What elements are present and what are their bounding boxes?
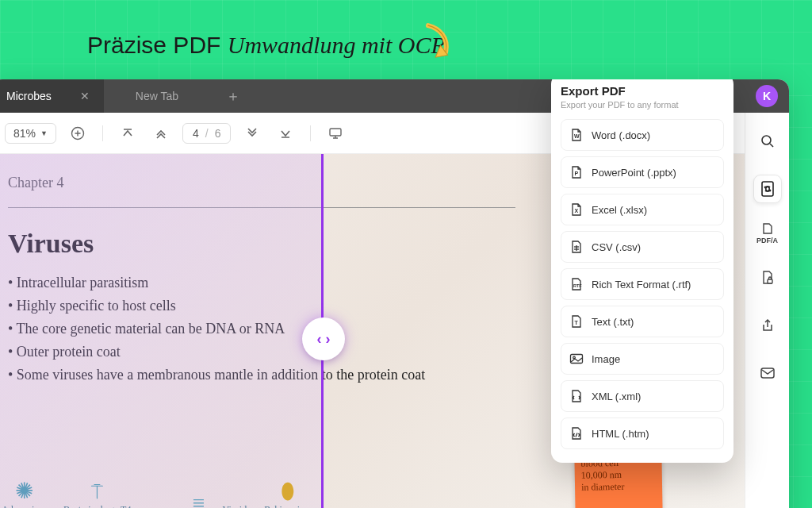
presentation-button[interactable] — [324, 121, 347, 145]
tab-microbes[interactable]: Microbes ✕ — [0, 79, 104, 113]
close-icon[interactable]: ✕ — [80, 90, 90, 102]
tab-new[interactable]: New Tab — [104, 79, 210, 113]
svg-line-9 — [770, 144, 773, 147]
illustration-label: Rabies virus — [264, 504, 312, 508]
export-label: Image — [592, 353, 620, 365]
svg-text:P: P — [575, 171, 579, 176]
right-rail: PDF/A — [745, 113, 789, 508]
export-label: Excel (.xlsx) — [592, 204, 647, 216]
svg-line-24 — [576, 433, 577, 437]
svg-text:W: W — [574, 133, 580, 139]
share-button[interactable] — [753, 311, 782, 340]
search-button[interactable] — [753, 127, 782, 156]
svg-text:RTF: RTF — [573, 283, 582, 288]
image-icon — [569, 352, 584, 366]
export-label: PowerPoint (.pptx) — [592, 167, 676, 179]
csv-icon — [569, 240, 584, 254]
xml-icon — [569, 389, 584, 403]
avatar-letter: K — [763, 90, 771, 102]
divider — [102, 125, 103, 141]
svg-rect-5 — [330, 129, 341, 136]
page-total: 6 — [215, 127, 221, 140]
protect-button[interactable] — [753, 264, 782, 292]
export-label: HTML (.htm) — [592, 428, 649, 440]
export-html[interactable]: HTML (.htm) — [561, 418, 724, 449]
page-indicator[interactable]: 4 / 6 — [182, 123, 231, 144]
illustration-label: Bacteriophage T4 — [63, 504, 131, 508]
export-excel[interactable]: X Excel (.xlsx) — [561, 194, 724, 225]
export-rtf[interactable]: RTF Rich Text Format (.rtf) — [561, 268, 724, 300]
slider-arrows-icon: ‹ › — [317, 331, 331, 348]
pdfa-label: PDF/A — [756, 237, 778, 244]
marketing-headline: Präzise PDF Umwandlung mit OCR — [87, 32, 446, 59]
word-icon: W — [569, 128, 584, 142]
zoom-in-button[interactable] — [66, 121, 90, 145]
excel-icon: X — [569, 202, 584, 217]
arrow-icon — [410, 20, 463, 71]
svg-rect-13 — [761, 368, 774, 378]
export-subtitle: Export your PDF to any format — [561, 100, 724, 110]
powerpoint-icon: P — [569, 165, 584, 179]
export-label: Text (.txt) — [592, 316, 634, 328]
export-label: XML (.xml) — [592, 391, 641, 402]
tab-label: New Tab — [136, 90, 178, 102]
app-window: Microbes ✕ New Tab ＋ K 81% ▼ 4 / 6 — [0, 79, 789, 508]
virus-icon: ✺ — [2, 478, 46, 504]
html-icon — [569, 426, 584, 441]
chevron-down-icon: ▼ — [40, 129, 48, 137]
last-page-button[interactable] — [274, 121, 297, 145]
text-icon: T — [569, 314, 584, 329]
headline-plain: Präzise PDF — [87, 32, 220, 58]
tab-label: Microbes — [6, 90, 52, 102]
virus-icon: ⍑ — [63, 479, 131, 504]
divider — [310, 125, 311, 141]
export-label: CSV (.csv) — [592, 241, 641, 253]
export-csv[interactable]: CSV (.csv) — [561, 231, 724, 263]
export-powerpoint[interactable]: P PowerPoint (.pptx) — [561, 156, 724, 188]
export-panel: Export PDF Export your PDF to any format… — [551, 79, 733, 463]
export-word[interactable]: W Word (.docx) — [561, 119, 724, 151]
prev-page-button[interactable] — [149, 121, 173, 145]
svg-text:X: X — [575, 208, 579, 214]
svg-rect-10 — [762, 182, 773, 196]
next-page-button[interactable] — [240, 121, 264, 145]
illustration-label: Adenovirus — [2, 504, 46, 508]
svg-text:T: T — [575, 320, 579, 325]
rtf-icon: RTF — [569, 277, 584, 291]
avatar[interactable]: K — [756, 85, 778, 107]
illustration-label: Viroid — [223, 504, 247, 508]
pdfa-button[interactable]: PDF/A — [753, 222, 782, 244]
zoom-select[interactable]: 81% ▼ — [5, 123, 56, 144]
mail-button[interactable] — [753, 359, 782, 387]
page-current: 4 — [193, 127, 199, 140]
first-page-button[interactable] — [116, 121, 140, 145]
export-label: Word (.docx) — [592, 129, 650, 141]
svg-point-8 — [762, 136, 771, 144]
virus-icon: ⬮ — [264, 478, 312, 504]
svg-rect-11 — [768, 279, 772, 283]
new-tab-button[interactable]: ＋ — [210, 87, 256, 106]
virus-icon: ≡ — [193, 491, 205, 508]
compare-slider-handle[interactable]: ‹ › — [304, 320, 343, 358]
export-label: Rich Text Format (.rtf) — [592, 279, 691, 291]
export-title: Export PDF — [561, 84, 724, 98]
export-xml[interactable]: XML (.xml) — [561, 380, 724, 412]
export-image[interactable]: Image — [561, 343, 724, 375]
convert-button[interactable] — [753, 175, 782, 203]
illustration-strip: ✺ Adenovirus ⍑ Bacteriophage T4 225 nm ≡… — [2, 478, 511, 508]
zoom-value: 81% — [13, 127, 36, 140]
export-txt[interactable]: T Text (.txt) — [561, 306, 724, 337]
divider — [8, 207, 515, 208]
